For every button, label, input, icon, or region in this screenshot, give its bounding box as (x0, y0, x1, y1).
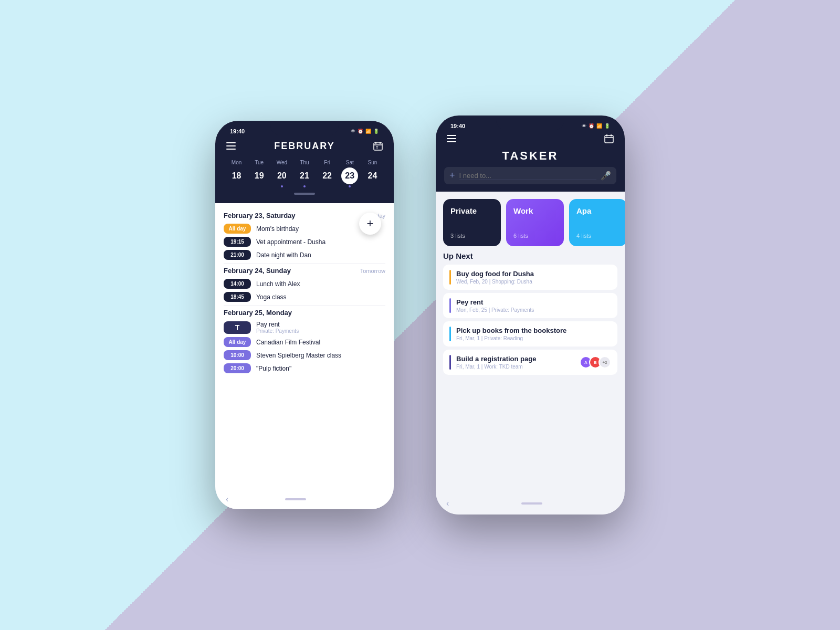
phone-notch-2 (496, 116, 564, 130)
cal-day-20[interactable]: Wed 20 (271, 158, 292, 190)
menu-icon[interactable] (224, 139, 238, 153)
category-card-work[interactable]: Work 6 lists (506, 199, 564, 246)
svg-rect-8 (447, 138, 456, 139)
mic-icon[interactable]: 🎤 (601, 171, 611, 181)
phone-tasker: 19:40 👁⏰📶🔋 (436, 116, 625, 514)
svg-rect-1 (226, 145, 236, 146)
svg-rect-12 (611, 134, 612, 136)
task-item[interactable]: Pey rent Mon, Feb, 25 | Private: Payment… (443, 293, 617, 318)
add-event-fab[interactable]: + (359, 213, 381, 235)
status-icons: 👁⏰📶🔋 (351, 129, 379, 134)
upnext-heading: Up Next (443, 251, 617, 260)
svg-rect-5 (380, 142, 381, 144)
task-avatars: A B +2 (580, 355, 611, 370)
event-item[interactable]: 19:15 Vet appointment - Dusha (224, 237, 385, 247)
event-item[interactable]: T Pay rent Private: Payments (224, 321, 385, 334)
task-item[interactable]: Pick up books from the bookstore Fri, Ma… (443, 321, 617, 346)
event-item[interactable]: 21:00 Date night with Dan (224, 250, 385, 260)
svg-rect-10 (605, 135, 613, 143)
task-item[interactable]: Build a registration page Fri, Mar, 1 | … (443, 350, 617, 375)
search-input[interactable] (459, 172, 596, 180)
back-button[interactable]: ‹ (226, 495, 228, 504)
search-bar[interactable]: + 🎤 (444, 167, 616, 184)
tasker-menu-icon[interactable] (444, 131, 459, 146)
tasker-status-time: 19:40 (450, 123, 465, 129)
calendar-icon[interactable]: T (371, 139, 385, 153)
category-card-private[interactable]: Private 3 lists (443, 199, 501, 246)
event-item[interactable]: 14:00 Lunch with Alex (224, 279, 385, 289)
phone-calendar: 19:40 👁⏰📶🔋 FEBRUARY (215, 121, 394, 509)
event-item[interactable]: 10:00 Steven Spielberg Master class (224, 350, 385, 360)
tasker-calendar-icon[interactable] (602, 131, 616, 146)
svg-rect-11 (606, 134, 607, 136)
add-task-icon[interactable]: + (449, 170, 455, 181)
app-title: TASKER (444, 149, 616, 163)
cal-day-22[interactable]: Fri 22 (317, 158, 338, 190)
tasker-status-icons: 👁⏰📶🔋 (582, 123, 610, 129)
category-card-apa[interactable]: Apa 4 lists (569, 199, 625, 246)
event-item[interactable]: 20:00 "Pulp fiction" (224, 363, 385, 373)
tasker-home-indicator (521, 502, 542, 505)
svg-rect-4 (375, 142, 376, 144)
event-item[interactable]: All day Canadian Film Festival (224, 337, 385, 347)
cal-day-19[interactable]: Tue 19 (248, 158, 270, 190)
calendar-title: FEBRUARY (238, 141, 371, 152)
event-item[interactable]: 18:45 Yoga class (224, 292, 385, 302)
cal-day-24[interactable]: Sun 24 (362, 158, 383, 190)
task-item[interactable]: Buy dog food for Dusha Wed, Feb, 20 | Sh… (443, 265, 617, 290)
cal-day-23[interactable]: Sat 23 (339, 158, 361, 190)
svg-rect-2 (226, 149, 236, 150)
svg-text:T: T (376, 146, 379, 150)
svg-rect-9 (447, 141, 456, 142)
cal-day-18[interactable]: Mon 18 (226, 158, 247, 190)
tasker-back-button[interactable]: ‹ (446, 499, 449, 508)
svg-rect-7 (447, 135, 456, 136)
svg-rect-0 (226, 142, 236, 143)
home-indicator (285, 498, 306, 500)
phone-notch (270, 121, 339, 135)
cal-day-21[interactable]: Thu 21 (293, 158, 315, 190)
scroll-indicator (294, 193, 315, 195)
status-time: 19:40 (230, 128, 245, 134)
